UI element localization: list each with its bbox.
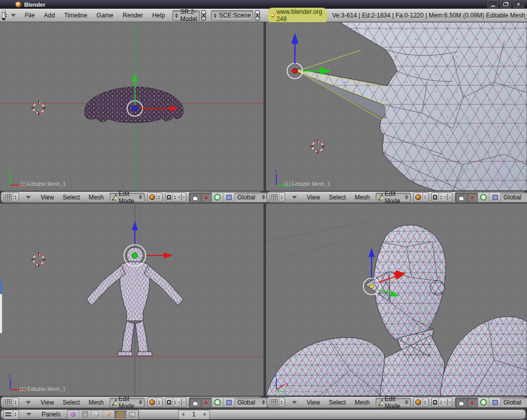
stepper[interactable] [172, 398, 177, 407]
collapse-menus-arrow-icon[interactable] [292, 196, 297, 199]
pivot-dropdown[interactable]: Ω [431, 397, 453, 407]
translate-manipulator-button[interactable]: ▲ [201, 398, 212, 407]
draw-type-dropdown[interactable] [147, 192, 163, 202]
menu-select[interactable]: Select [60, 399, 83, 406]
stepper[interactable] [279, 398, 284, 407]
stepper[interactable] [13, 398, 17, 407]
menu-mesh[interactable]: Mesh [85, 194, 107, 201]
collapse-menus-arrow-icon[interactable] [11, 14, 16, 17]
scale-manipulator-button[interactable] [489, 193, 501, 202]
scene-selector-dropdown[interactable]: SCE:Scene [211, 10, 253, 21]
orientation-dropdown[interactable]: Global [235, 398, 267, 407]
translate-manipulator-button[interactable]: ▲ [201, 193, 212, 202]
object-context-button[interactable] [103, 411, 115, 418]
editor-type-button[interactable] [3, 410, 19, 419]
viewport-divider[interactable] [264, 22, 266, 409]
blender-org-link[interactable]: www.blender.org 248 [268, 8, 327, 24]
mode-dropdown[interactable]: Edit Mode [110, 193, 145, 202]
pivot-dropdown[interactable]: Ω [165, 397, 187, 407]
menu-view[interactable]: View [304, 194, 323, 201]
menu-mesh[interactable]: Mesh [352, 194, 373, 201]
mode-dropdown[interactable]: Edit Mode [376, 398, 411, 407]
menu-view[interactable]: View [38, 194, 57, 201]
hand-tool-button[interactable] [189, 193, 201, 202]
viewport-3d-bottom-left[interactable]: z x (1) Editable Mesh_1 [0, 204, 264, 396]
pivot-dropdown[interactable]: Ω [165, 192, 187, 202]
translate-manipulator-button[interactable]: ▲ [467, 398, 478, 407]
frame-increment-icon[interactable] [204, 412, 206, 416]
editor-type-button[interactable] [269, 397, 285, 407]
viewport-3d-top-left[interactable]: y x (1) Editable Mesh_1 [0, 22, 264, 191]
menu-view[interactable]: View [304, 399, 323, 406]
menu-panels[interactable]: Panels [39, 411, 64, 418]
logic-context-button[interactable] [67, 411, 79, 418]
mode-dropdown[interactable]: Edit Mode [376, 193, 411, 202]
manipulator-combo-icon[interactable] [444, 399, 451, 406]
stepper[interactable] [172, 193, 177, 202]
collapse-menus-arrow-icon[interactable] [26, 196, 31, 199]
draw-type-dropdown[interactable] [413, 192, 429, 202]
menu-select[interactable]: Select [60, 194, 83, 201]
hand-tool-button[interactable] [455, 398, 467, 407]
stepper[interactable] [438, 398, 443, 407]
shading-context-button[interactable] [91, 411, 103, 418]
menu-help[interactable]: Help [148, 12, 170, 19]
editor-type-stepper[interactable] [5, 9, 7, 22]
menu-game[interactable]: Game [92, 12, 118, 19]
menu-mesh[interactable]: Mesh [85, 399, 107, 406]
screen-selector-dropdown[interactable]: SR:2-Model [172, 10, 200, 21]
menu-render[interactable]: Render [118, 12, 147, 19]
scene-context-button[interactable] [127, 411, 138, 418]
viewport-3d-top-right[interactable]: z y (1) Editable Mesh_1 [266, 22, 527, 191]
stepper[interactable] [438, 193, 443, 202]
collapse-menus-arrow-icon[interactable] [26, 413, 31, 416]
restore-button[interactable] [500, 1, 511, 8]
pivot-dropdown[interactable]: Ω [431, 192, 453, 202]
draw-type-dropdown[interactable] [147, 397, 163, 407]
viewport-3d-bottom-right[interactable]: z x y (1) Editable Mesh_1 [266, 204, 527, 396]
scene-delete-button[interactable]: X [255, 10, 259, 21]
editor-type-button[interactable] [269, 192, 285, 202]
script-context-button[interactable] [79, 411, 91, 418]
mode-dropdown[interactable]: Edit Mode [110, 398, 145, 407]
menu-view[interactable]: View [38, 399, 57, 406]
stepper[interactable] [13, 410, 17, 419]
orientation-dropdown[interactable]: Global [501, 193, 527, 202]
hand-tool-button[interactable] [455, 193, 467, 202]
manipulator-combo-icon[interactable] [444, 194, 451, 200]
screen-delete-button[interactable]: X [201, 10, 206, 21]
frame-decrement-icon[interactable] [182, 412, 184, 416]
collapse-menus-arrow-icon[interactable] [26, 401, 31, 404]
orientation-dropdown[interactable]: Global [501, 398, 527, 407]
menu-mesh[interactable]: Mesh [352, 399, 373, 406]
stepper[interactable] [279, 193, 284, 202]
editor-type-button[interactable] [3, 192, 19, 202]
collapse-menus-arrow-icon[interactable] [292, 401, 297, 404]
scale-manipulator-button[interactable] [223, 398, 235, 407]
rotate-manipulator-button[interactable] [212, 193, 223, 202]
scale-manipulator-button[interactable] [489, 398, 501, 407]
stepper[interactable] [156, 398, 161, 407]
frame-number-stepper[interactable]: 1 [178, 410, 210, 419]
close-button[interactable]: × [513, 1, 524, 8]
editing-context-button[interactable] [115, 411, 127, 418]
orientation-dropdown[interactable]: Global [235, 193, 267, 202]
rotate-manipulator-button[interactable] [212, 398, 223, 407]
menu-select[interactable]: Select [326, 194, 349, 201]
rotate-manipulator-button[interactable] [478, 193, 489, 202]
hand-tool-button[interactable] [189, 398, 201, 407]
stepper[interactable] [423, 193, 427, 202]
editor-type-button[interactable] [3, 397, 19, 407]
manipulator-combo-icon[interactable] [178, 399, 185, 406]
menu-timeline[interactable]: Timeline [60, 12, 92, 19]
stepper[interactable] [423, 398, 427, 407]
minimize-button[interactable] [487, 1, 498, 8]
manipulator-combo-icon[interactable] [178, 194, 185, 200]
stepper[interactable] [156, 193, 161, 202]
draw-type-dropdown[interactable] [413, 397, 429, 407]
scale-manipulator-button[interactable] [223, 193, 235, 202]
menu-select[interactable]: Select [326, 399, 349, 406]
stepper[interactable] [13, 193, 17, 202]
menu-add[interactable]: Add [39, 12, 59, 19]
menu-file[interactable]: File [20, 12, 39, 19]
